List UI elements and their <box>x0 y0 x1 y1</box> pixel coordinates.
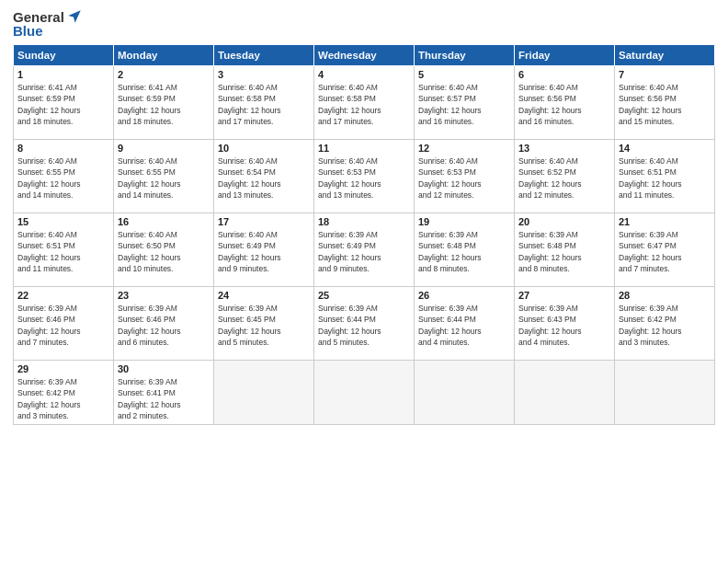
day-number: 3 <box>218 69 310 80</box>
col-sunday: Sunday <box>14 45 114 66</box>
day-content: Sunrise: 6:40 AMSunset: 6:58 PMDaylight:… <box>318 82 410 127</box>
day-number: 17 <box>218 216 310 227</box>
day-content: Sunrise: 6:39 AMSunset: 6:46 PMDaylight:… <box>118 303 210 348</box>
day-content: Sunrise: 6:40 AMSunset: 6:57 PMDaylight:… <box>418 82 510 127</box>
col-monday: Monday <box>114 45 214 66</box>
day-content: Sunrise: 6:40 AMSunset: 6:53 PMDaylight:… <box>318 155 410 201</box>
table-row <box>615 361 715 425</box>
day-number: 22 <box>17 290 109 301</box>
table-row: 3Sunrise: 6:40 AMSunset: 6:58 PMDaylight… <box>214 66 314 140</box>
table-row: 29Sunrise: 6:39 AMSunset: 6:42 PMDayligh… <box>14 361 114 425</box>
day-number: 26 <box>418 290 510 301</box>
table-row: 13Sunrise: 6:40 AMSunset: 6:52 PMDayligh… <box>515 140 615 213</box>
day-number: 16 <box>118 216 210 227</box>
day-content: Sunrise: 6:39 AMSunset: 6:44 PMDaylight:… <box>418 303 510 348</box>
day-content: Sunrise: 6:40 AMSunset: 6:51 PMDaylight:… <box>17 229 109 274</box>
table-row: 18Sunrise: 6:39 AMSunset: 6:49 PMDayligh… <box>314 213 415 287</box>
logo: General Blue <box>13 9 83 39</box>
table-row: 21Sunrise: 6:39 AMSunset: 6:47 PMDayligh… <box>615 213 715 287</box>
day-content: Sunrise: 6:39 AMSunset: 6:43 PMDaylight:… <box>518 303 610 348</box>
day-number: 15 <box>17 216 109 227</box>
day-content: Sunrise: 6:40 AMSunset: 6:49 PMDaylight:… <box>218 229 310 274</box>
day-content: Sunrise: 6:40 AMSunset: 6:58 PMDaylight:… <box>218 82 310 127</box>
day-number: 20 <box>518 216 610 227</box>
table-row: 11Sunrise: 6:40 AMSunset: 6:53 PMDayligh… <box>314 140 415 213</box>
day-content: Sunrise: 6:41 AMSunset: 6:59 PMDaylight:… <box>118 82 210 127</box>
day-number: 29 <box>17 363 109 374</box>
day-content: Sunrise: 6:40 AMSunset: 6:55 PMDaylight:… <box>118 155 210 201</box>
day-content: Sunrise: 6:40 AMSunset: 6:55 PMDaylight:… <box>17 155 109 201</box>
col-thursday: Thursday <box>415 45 515 66</box>
table-row: 27Sunrise: 6:39 AMSunset: 6:43 PMDayligh… <box>515 287 615 361</box>
table-row: 10Sunrise: 6:40 AMSunset: 6:54 PMDayligh… <box>214 140 314 213</box>
day-number: 8 <box>17 143 109 154</box>
day-number: 13 <box>518 143 610 154</box>
table-row: 9Sunrise: 6:40 AMSunset: 6:55 PMDaylight… <box>114 140 214 213</box>
table-row: 19Sunrise: 6:39 AMSunset: 6:48 PMDayligh… <box>415 213 515 287</box>
table-row: 2Sunrise: 6:41 AMSunset: 6:59 PMDaylight… <box>114 66 214 140</box>
table-row: 28Sunrise: 6:39 AMSunset: 6:42 PMDayligh… <box>615 287 715 361</box>
day-content: Sunrise: 6:40 AMSunset: 6:56 PMDaylight:… <box>619 82 711 127</box>
day-number: 24 <box>218 290 310 301</box>
calendar-header-row: Sunday Monday Tuesday Wednesday Thursday… <box>14 45 715 66</box>
table-row: 4Sunrise: 6:40 AMSunset: 6:58 PMDaylight… <box>314 66 415 140</box>
day-number: 14 <box>619 143 711 154</box>
table-row <box>214 361 314 425</box>
day-number: 28 <box>619 290 711 301</box>
day-content: Sunrise: 6:40 AMSunset: 6:53 PMDaylight:… <box>418 155 510 201</box>
table-row <box>415 361 515 425</box>
table-row: 12Sunrise: 6:40 AMSunset: 6:53 PMDayligh… <box>415 140 515 213</box>
day-number: 1 <box>17 69 109 80</box>
day-number: 12 <box>418 143 510 154</box>
day-content: Sunrise: 6:40 AMSunset: 6:54 PMDaylight:… <box>218 155 310 201</box>
day-number: 9 <box>118 143 210 154</box>
table-row: 15Sunrise: 6:40 AMSunset: 6:51 PMDayligh… <box>14 213 114 287</box>
col-saturday: Saturday <box>615 45 715 66</box>
table-row: 30Sunrise: 6:39 AMSunset: 6:41 PMDayligh… <box>114 361 214 425</box>
day-content: Sunrise: 6:40 AMSunset: 6:51 PMDaylight:… <box>619 155 711 201</box>
day-content: Sunrise: 6:40 AMSunset: 6:52 PMDaylight:… <box>518 155 610 201</box>
col-wednesday: Wednesday <box>314 45 415 66</box>
table-row: 26Sunrise: 6:39 AMSunset: 6:44 PMDayligh… <box>415 287 515 361</box>
table-row: 23Sunrise: 6:39 AMSunset: 6:46 PMDayligh… <box>114 287 214 361</box>
day-content: Sunrise: 6:40 AMSunset: 6:50 PMDaylight:… <box>118 229 210 274</box>
day-number: 7 <box>619 69 711 80</box>
day-content: Sunrise: 6:39 AMSunset: 6:48 PMDaylight:… <box>418 229 510 274</box>
day-number: 10 <box>218 143 310 154</box>
day-content: Sunrise: 6:39 AMSunset: 6:42 PMDaylight:… <box>619 303 711 348</box>
day-content: Sunrise: 6:39 AMSunset: 6:41 PMDaylight:… <box>118 376 210 421</box>
day-content: Sunrise: 6:39 AMSunset: 6:48 PMDaylight:… <box>518 229 610 274</box>
day-number: 30 <box>118 363 210 374</box>
day-content: Sunrise: 6:39 AMSunset: 6:49 PMDaylight:… <box>318 229 410 274</box>
day-number: 19 <box>418 216 510 227</box>
table-row: 7Sunrise: 6:40 AMSunset: 6:56 PMDaylight… <box>615 66 715 140</box>
day-content: Sunrise: 6:39 AMSunset: 6:47 PMDaylight:… <box>619 229 711 274</box>
header: General Blue <box>13 9 715 39</box>
logo-blue-text: Blue <box>13 23 43 39</box>
calendar: Sunday Monday Tuesday Wednesday Thursday… <box>13 44 715 425</box>
page: General Blue Sunday Monday Tuesday Wedne… <box>0 0 728 563</box>
day-number: 18 <box>318 216 410 227</box>
col-friday: Friday <box>515 45 615 66</box>
day-content: Sunrise: 6:39 AMSunset: 6:42 PMDaylight:… <box>17 376 109 421</box>
logo-bird-icon <box>66 8 83 25</box>
col-tuesday: Tuesday <box>214 45 314 66</box>
table-row: 22Sunrise: 6:39 AMSunset: 6:46 PMDayligh… <box>14 287 114 361</box>
day-number: 5 <box>418 69 510 80</box>
table-row: 14Sunrise: 6:40 AMSunset: 6:51 PMDayligh… <box>615 140 715 213</box>
table-row <box>314 361 415 425</box>
day-number: 2 <box>118 69 210 80</box>
day-number: 23 <box>118 290 210 301</box>
day-number: 25 <box>318 290 410 301</box>
day-content: Sunrise: 6:39 AMSunset: 6:45 PMDaylight:… <box>218 303 310 348</box>
day-number: 27 <box>518 290 610 301</box>
day-number: 21 <box>619 216 711 227</box>
table-row: 6Sunrise: 6:40 AMSunset: 6:56 PMDaylight… <box>515 66 615 140</box>
table-row: 20Sunrise: 6:39 AMSunset: 6:48 PMDayligh… <box>515 213 615 287</box>
table-row: 17Sunrise: 6:40 AMSunset: 6:49 PMDayligh… <box>214 213 314 287</box>
day-number: 11 <box>318 143 410 154</box>
table-row: 8Sunrise: 6:40 AMSunset: 6:55 PMDaylight… <box>14 140 114 213</box>
day-content: Sunrise: 6:39 AMSunset: 6:44 PMDaylight:… <box>318 303 410 348</box>
table-row: 24Sunrise: 6:39 AMSunset: 6:45 PMDayligh… <box>214 287 314 361</box>
table-row: 5Sunrise: 6:40 AMSunset: 6:57 PMDaylight… <box>415 66 515 140</box>
